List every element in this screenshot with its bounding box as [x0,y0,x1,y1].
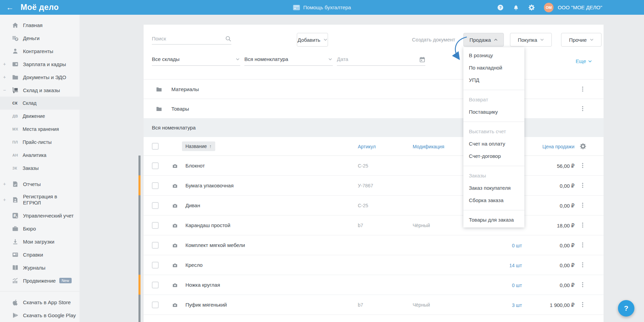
sidebar-item[interactable]: Журналы [0,261,80,274]
sidebar-item[interactable]: Справки [0,248,80,261]
back-arrow-icon[interactable]: ← [6,4,14,11]
sidebar-item[interactable]: −Склад и заказы [0,84,80,97]
column-header-name[interactable]: Название ↑ [182,141,215,151]
sidebar-store-item[interactable]: Скачать в App Store [0,296,80,309]
table-row[interactable]: Кресло14 шт0,00 ₽ [144,255,604,275]
expand-indicator[interactable]: + [3,197,12,202]
dots-icon[interactable] [580,282,586,288]
row-checkbox[interactable] [152,301,159,308]
expand-indicator[interactable]: + [3,61,12,67]
camera-icon[interactable] [172,282,178,288]
camera-icon[interactable] [172,183,178,189]
date-input[interactable] [337,54,412,64]
camera-icon[interactable] [172,163,178,169]
sidebar-item[interactable]: Бюро [0,222,80,235]
dots-icon[interactable] [580,262,586,268]
add-button[interactable]: Добавить [297,33,328,47]
camera-icon[interactable] [172,223,178,228]
dots-icon[interactable] [580,182,586,188]
sale-dropdown-button[interactable]: Продажа [463,33,504,47]
table-settings-gear-icon[interactable] [580,143,586,150]
expand-indicator[interactable]: + [3,181,12,187]
company-name[interactable]: ООО "МОЕ ДЕЛО" [558,4,602,10]
sidebar-item[interactable]: Мои загрузки [0,235,80,248]
folder-row[interactable]: Материалы [144,79,604,99]
other-dropdown-button[interactable]: Прочие [561,33,602,47]
help-icon[interactable]: ? [497,4,504,11]
sale-menu-item[interactable]: Поставщику [463,106,524,118]
dots-icon[interactable] [580,301,586,308]
sidebar-subitem[interactable]: СКСклад [0,97,80,110]
row-checkbox[interactable] [152,182,159,189]
sale-menu-item[interactable]: Счет-договор [463,150,524,162]
sale-menu-item[interactable]: По накладной [463,62,524,74]
date-filter-field[interactable] [337,54,425,66]
dots-icon[interactable] [580,162,586,169]
more-link[interactable]: Еще [575,58,592,64]
row-checkbox[interactable] [152,262,159,269]
sidebar-item[interactable]: +Документы и ЭДО [0,71,80,84]
table-row[interactable]: ДиванС-250,00 ₽ [144,196,604,215]
calendar-icon[interactable] [419,57,425,63]
expand-indicator[interactable]: + [3,74,12,80]
dots-icon[interactable] [580,106,586,112]
sidebar-item[interactable]: ПродвижениеNew [0,274,80,287]
sale-menu-item[interactable]: Заказ покупателя [463,182,524,194]
row-checkbox[interactable] [152,162,159,169]
sidebar-item[interactable]: ₽Деньги [0,32,80,45]
sidebar-subitem[interactable]: МХМеста хранения [0,123,80,136]
sale-menu-item[interactable]: В розницу [463,49,524,62]
notifications-bell-icon[interactable] [513,4,519,11]
select-all-checkbox[interactable] [152,143,159,150]
sidebar-item[interactable]: Контрагенты [0,45,80,58]
dots-icon[interactable] [580,222,586,228]
sale-dropdown-menu: В розницуПо накладнойУПДВозвратПоставщик… [463,47,524,227]
search-input[interactable] [152,34,220,43]
dots-icon[interactable] [580,242,586,248]
purchase-dropdown-button[interactable]: Покупка [510,33,552,47]
column-header-price[interactable]: Цена продажи [542,144,574,149]
dots-icon[interactable] [580,202,586,208]
sidebar-item[interactable]: +Регистрация в ЕГРЮЛ [0,190,80,209]
sidebar-item[interactable]: ₽Управленческий учет [0,209,80,222]
sale-menu-item[interactable]: Сборка заказа [463,194,524,207]
sidebar-subitem[interactable]: АНАналитика [0,149,80,162]
row-checkbox[interactable] [152,282,159,288]
sidebar-subitem[interactable]: ДВДвижение [0,110,80,123]
help-fab-button[interactable]: ? [618,300,634,317]
user-avatar[interactable]: ОМ [544,3,554,12]
table-row[interactable]: Бумага упаковочнаяУ-78670,00 ₽ [144,176,604,196]
table-row[interactable]: Ножка круглая0 шт0,00 ₽ [144,275,604,295]
nomenclature-filter-select[interactable]: Вся номенклатура [244,54,333,66]
row-checkbox[interactable] [152,202,159,209]
table-row[interactable]: Карандаш простойb7Чёрный18,00 ₽ [144,215,604,235]
row-checkbox[interactable] [152,242,159,249]
sale-menu-item[interactable]: Счет на оплату [463,138,524,150]
row-checkbox[interactable] [152,222,159,229]
column-header-modification[interactable]: Модификация [413,144,444,149]
camera-icon[interactable] [172,262,178,268]
table-row[interactable]: Комплект мягкой мебели0 шт0,00 ₽ [144,235,604,255]
sidebar-subitem[interactable]: ЗКЗаказы [0,162,80,175]
sale-menu-item[interactable]: УПД [463,74,524,86]
warehouse-filter-select[interactable]: Все склады [152,54,240,66]
main-card: Добавить Создать документ Продажа Покупк… [144,25,604,322]
table-row[interactable]: БлокнотС-2556,00 ₽ [144,156,604,176]
sidebar-item[interactable]: +Зарплата и кадры [0,58,80,71]
camera-icon[interactable] [172,203,178,209]
column-header-sku[interactable]: Артикул [358,144,376,149]
camera-icon[interactable] [172,243,178,248]
accountant-help-button[interactable]: Помощь бухгалтера [164,4,480,10]
sidebar-item[interactable]: Главная [0,18,80,32]
sidebar-subitem[interactable]: ПЛПрайс-листы [0,136,80,149]
folder-row[interactable]: Товары [144,99,604,119]
sidebar-item[interactable]: +Отчеты [0,177,80,190]
settings-gear-icon[interactable] [528,4,535,11]
search-icon[interactable] [225,36,231,42]
camera-icon[interactable] [172,302,178,308]
table-row[interactable]: Пуфик мягенькийb7Чёрный3 шт1 900,00 ₽ [144,295,604,315]
dots-icon[interactable] [580,86,586,92]
sale-menu-item[interactable]: Товары для заказа [463,214,524,226]
expand-indicator[interactable]: − [3,87,12,93]
sidebar-store-item[interactable]: Скачать в Google Play [0,309,80,322]
